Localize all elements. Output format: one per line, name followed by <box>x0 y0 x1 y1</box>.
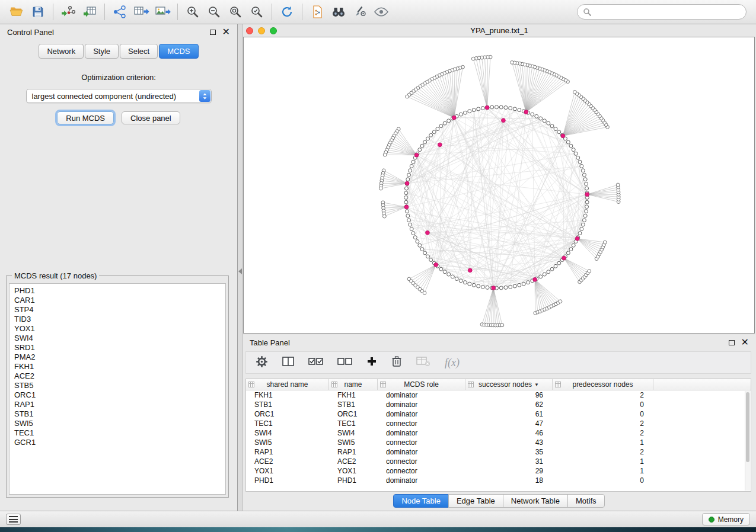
tab-node-table[interactable]: Node Table <box>393 494 449 508</box>
show-columns-button[interactable] <box>282 356 294 369</box>
tab-style[interactable]: Style <box>85 44 119 59</box>
graphics-details-button[interactable] <box>349 2 371 22</box>
save-session-button[interactable] <box>27 2 49 22</box>
refresh-network-button[interactable] <box>276 2 298 22</box>
criterion-dropdown[interactable]: largest connected component (undirected) <box>26 89 212 103</box>
zoom-in-button[interactable] <box>182 2 203 22</box>
cell-MCDS-role: dominator <box>378 391 465 399</box>
scrollbar-thumb[interactable] <box>746 392 749 462</box>
mcds-result-item[interactable]: SRD1 <box>14 343 225 352</box>
close-window-icon[interactable] <box>246 27 253 34</box>
cell-shared-name: STB1 <box>246 400 329 409</box>
memory-button[interactable]: Memory <box>702 513 750 525</box>
import-table-button[interactable] <box>79 2 100 22</box>
table-row[interactable]: SWI4SWI4dominator462 <box>246 428 751 438</box>
unselect-all-button[interactable] <box>337 356 352 369</box>
table-row[interactable]: FKH1FKH1dominator962 <box>246 390 751 400</box>
zoom-fit-button[interactable] <box>225 2 246 22</box>
close-icon[interactable]: ✕ <box>741 339 749 346</box>
run-mcds-button[interactable]: Run MCDS <box>57 111 114 124</box>
refresh-network-icon <box>280 5 294 19</box>
mcds-result-item[interactable]: TEC1 <box>14 428 225 438</box>
function-builder-button[interactable]: f(x) <box>445 357 460 369</box>
cell-MCDS-role: connector <box>378 467 465 475</box>
cell-shared-name: YOX1 <box>246 467 329 475</box>
cell-shared-name: TEC1 <box>246 419 329 428</box>
column-header-predecessor-nodes[interactable]: predecessor nodes <box>553 379 653 390</box>
status-menu-button[interactable] <box>6 514 21 525</box>
tab-motifs[interactable]: Motifs <box>567 494 605 508</box>
mcds-result-item[interactable]: ACE2 <box>14 371 225 381</box>
export-image-button[interactable] <box>152 2 173 22</box>
delete-column-button[interactable] <box>391 355 402 370</box>
node-table: shared namenameMCDS rolesuccessor nodes▼… <box>245 379 751 492</box>
float-window-icon[interactable] <box>729 340 735 345</box>
select-all-button[interactable] <box>308 356 323 369</box>
mcds-buttons: Run MCDS Close panel <box>0 111 237 124</box>
tab-network[interactable]: Network <box>39 44 84 59</box>
new-network-button[interactable] <box>109 2 130 22</box>
mcds-result-item[interactable]: SWI4 <box>14 334 225 343</box>
export-table-icon <box>133 5 149 19</box>
main-toolbar <box>0 0 756 24</box>
table-row[interactable]: ORC1ORC1dominator610 <box>246 409 751 419</box>
search-input[interactable] <box>595 8 741 17</box>
column-header-name[interactable]: name <box>329 379 378 390</box>
add-column-button[interactable] <box>366 356 377 369</box>
mcds-result-item[interactable]: PHD1 <box>14 286 225 296</box>
search-icon <box>583 8 591 16</box>
cell-predecessor-nodes: 2 <box>553 448 653 456</box>
mcds-result-item[interactable]: STP4 <box>14 305 225 315</box>
tab-network-table[interactable]: Network Table <box>503 494 568 508</box>
mcds-result-item[interactable]: FKH1 <box>14 362 225 371</box>
network-canvas[interactable] <box>243 37 755 334</box>
close-icon[interactable]: ✕ <box>222 28 230 36</box>
mcds-result-item[interactable]: STB5 <box>14 381 225 390</box>
mcds-result-list[interactable]: PHD1CAR1STP4TID3YOX1SWI4SRD1PMA2FKH1ACE2… <box>9 283 226 495</box>
table-settings-button[interactable] <box>256 355 268 370</box>
table-row[interactable]: TEC1TEC1connector472 <box>246 419 751 428</box>
table-row[interactable]: SWI5SWI5connector431 <box>246 438 751 447</box>
mcds-result-item[interactable]: GCR1 <box>14 438 225 447</box>
duplicate-network-button[interactable] <box>307 2 328 22</box>
hide-details-button[interactable] <box>371 2 392 22</box>
zoom-out-button[interactable] <box>203 2 225 22</box>
cytoscape-window: Control Panel ✕ NetworkStyleSelectMCDS O… <box>0 0 756 532</box>
table-row[interactable]: YOX1YOX1connector291 <box>246 466 751 476</box>
mcds-result-item[interactable]: CAR1 <box>14 296 225 305</box>
export-table-button[interactable] <box>130 2 152 22</box>
tab-edge-table[interactable]: Edge Table <box>448 494 503 508</box>
table-row[interactable]: PHD1PHD1dominator180 <box>246 476 751 485</box>
table-row[interactable]: ACE2ACE2connector311 <box>246 457 751 466</box>
column-header-MCDS-role[interactable]: MCDS role <box>378 379 465 390</box>
mcds-result-item[interactable]: TID3 <box>14 315 225 324</box>
float-window-icon[interactable] <box>210 30 216 35</box>
toolbar-separator <box>177 4 178 20</box>
mcds-result-item[interactable]: ORC1 <box>14 390 225 400</box>
panel-splitter[interactable] <box>238 24 243 511</box>
column-header-shared-name[interactable]: shared name <box>246 379 329 390</box>
close-panel-button[interactable]: Close panel <box>122 111 180 124</box>
search-box[interactable] <box>577 4 747 20</box>
table-scrollbar[interactable] <box>745 391 750 491</box>
table-row[interactable]: RAP1RAP1dominator352 <box>246 447 751 457</box>
tab-select[interactable]: Select <box>120 44 158 59</box>
network-graph[interactable] <box>244 37 754 333</box>
minimize-window-icon[interactable] <box>258 27 265 34</box>
mcds-result-item[interactable]: PMA2 <box>14 352 225 362</box>
mcds-result-item[interactable]: YOX1 <box>14 324 225 334</box>
table-row[interactable]: STB1STB1dominator620 <box>246 400 751 409</box>
mcds-result-item[interactable]: SWI5 <box>14 419 225 428</box>
open-network-button[interactable] <box>6 2 27 22</box>
column-header-successor-nodes[interactable]: successor nodes▼ <box>465 379 553 390</box>
import-network-button[interactable] <box>58 2 79 22</box>
tab-mcds[interactable]: MCDS <box>159 44 198 59</box>
mcds-result-item[interactable]: STB1 <box>14 409 225 419</box>
zoom-selected-button[interactable] <box>246 2 267 22</box>
maximize-window-icon[interactable] <box>270 27 277 34</box>
delete-table-button[interactable] <box>416 356 430 369</box>
cell-shared-name: SWI5 <box>246 438 329 447</box>
mcds-result-item[interactable]: RAP1 <box>14 400 225 409</box>
search-network-button[interactable] <box>328 2 349 22</box>
splitter-grip-icon[interactable] <box>238 268 242 274</box>
